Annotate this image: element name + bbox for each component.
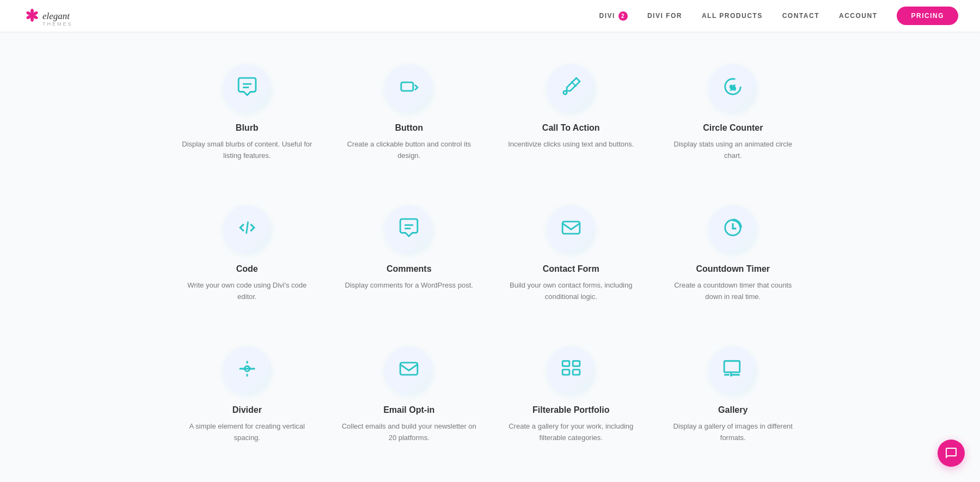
svg-text:elegant: elegant [42, 11, 70, 21]
code-icon [237, 217, 258, 242]
module-title: Filterable Portfolio [532, 405, 609, 415]
module-card-button[interactable]: Button Create a clickable button and con… [336, 53, 482, 173]
nav-divi[interactable]: DIVI 2 [599, 11, 628, 21]
module-desc: Display small blurbs of content. Useful … [180, 138, 315, 162]
module-card-email-optin[interactable]: Email Opt-in Collect emails and build yo… [336, 335, 482, 455]
module-desc: Incentivize clicks using text and button… [508, 138, 634, 150]
divi-badge-count: 2 [618, 11, 628, 21]
chat-button[interactable] [938, 440, 965, 467]
pricing-button[interactable]: PRICING [897, 7, 958, 25]
contact-form-icon [561, 217, 581, 242]
button-icon [399, 76, 419, 101]
module-icon-wrap [708, 205, 757, 254]
module-icon-wrap [547, 205, 596, 254]
module-icon-wrap [547, 346, 596, 395]
module-title: Email Opt-in [383, 405, 434, 415]
svg-line-14 [571, 82, 577, 87]
comments-icon [399, 217, 419, 242]
gallery-icon [722, 358, 743, 383]
module-desc: Build your own contact forms, including … [504, 279, 639, 303]
module-title: Comments [387, 264, 432, 274]
module-title: Call To Action [542, 123, 600, 133]
nav-contact[interactable]: CONTACT [782, 12, 819, 20]
module-title: Countdown Timer [696, 264, 770, 274]
divider-icon [237, 358, 258, 383]
chat-icon [945, 447, 958, 460]
module-title: Contact Form [543, 264, 599, 274]
email-optin-icon [399, 358, 419, 383]
blurb-icon [237, 76, 258, 101]
svg-rect-26 [400, 363, 418, 375]
logo[interactable]: elegant THEMES [22, 5, 93, 27]
module-desc: A simple element for creating vertical s… [180, 420, 315, 444]
filterable-portfolio-icon [561, 358, 581, 383]
module-icon-wrap [384, 346, 433, 395]
module-desc: Create a gallery for your work, includin… [504, 420, 639, 444]
module-card-gallery[interactable]: Gallery Display a gallery of images in d… [660, 335, 806, 455]
module-card-countdown[interactable]: Countdown Timer Create a countdown timer… [660, 194, 806, 314]
svg-line-17 [246, 222, 248, 234]
nav-all-products[interactable]: ALL PRODUCTS [702, 12, 763, 20]
module-desc: Display a gallery of images in different… [666, 420, 801, 444]
navbar: elegant THEMES DIVI 2 DIVI FOR ALL PRODU… [0, 0, 980, 32]
svg-rect-20 [562, 222, 580, 234]
module-card-cta[interactable]: Call To Action Incentivize clicks using … [498, 53, 644, 173]
cta-icon [561, 76, 581, 101]
svg-rect-31 [724, 361, 740, 373]
nav-links: DIVI 2 DIVI FOR ALL PRODUCTS CONTACT ACC… [599, 7, 958, 25]
svg-point-13 [564, 91, 567, 94]
module-card-blurb[interactable]: Blurb Display small blurbs of content. U… [174, 53, 320, 173]
svg-text:%: % [730, 84, 736, 91]
module-icon-wrap [223, 205, 272, 254]
main-content: Blurb Display small blurbs of content. U… [163, 32, 817, 482]
module-icon-wrap [547, 64, 596, 113]
svg-text:THEMES: THEMES [42, 21, 73, 27]
svg-point-9 [30, 13, 34, 17]
module-card-circle-counter[interactable]: % Circle Counter Display stats using an … [660, 53, 806, 173]
module-title: Code [236, 264, 258, 274]
module-title: Circle Counter [703, 123, 763, 133]
countdown-icon [722, 217, 743, 242]
module-card-code[interactable]: Code Write your own code using Divi's co… [174, 194, 320, 314]
circle-counter-icon: % [722, 76, 743, 101]
module-icon-wrap [708, 346, 757, 395]
module-desc: Create a countdown timer that counts dow… [666, 279, 801, 303]
module-icon-wrap [223, 64, 272, 113]
svg-rect-29 [562, 369, 569, 375]
module-icon-wrap: % [708, 64, 757, 113]
modules-grid: Blurb Display small blurbs of content. U… [174, 53, 806, 455]
module-icon-wrap [223, 346, 272, 395]
svg-rect-30 [573, 369, 580, 375]
nav-divi-for[interactable]: DIVI FOR [647, 12, 682, 20]
module-icon-wrap [384, 205, 433, 254]
svg-rect-27 [562, 361, 569, 367]
svg-rect-12 [401, 82, 413, 91]
module-desc: Collect emails and build your newsletter… [342, 420, 477, 444]
module-card-comments[interactable]: Comments Display comments for a WordPres… [336, 194, 482, 314]
nav-account[interactable]: ACCOUNT [839, 12, 878, 20]
module-desc: Write your own code using Divi's code ed… [180, 279, 315, 303]
module-desc: Display comments for a WordPress post. [345, 279, 473, 291]
module-card-divider[interactable]: Divider A simple element for creating ve… [174, 335, 320, 455]
module-title: Gallery [718, 405, 748, 415]
module-title: Button [395, 123, 423, 133]
module-card-contact-form[interactable]: Contact Form Build your own contact form… [498, 194, 644, 314]
module-desc: Display stats using an animated circle c… [666, 138, 801, 162]
module-icon-wrap [384, 64, 433, 113]
module-card-filterable-portfolio[interactable]: Filterable Portfolio Create a gallery fo… [498, 335, 644, 455]
module-title: Blurb [236, 123, 259, 133]
module-title: Divider [232, 405, 262, 415]
svg-rect-28 [573, 361, 580, 367]
module-desc: Create a clickable button and control it… [342, 138, 477, 162]
